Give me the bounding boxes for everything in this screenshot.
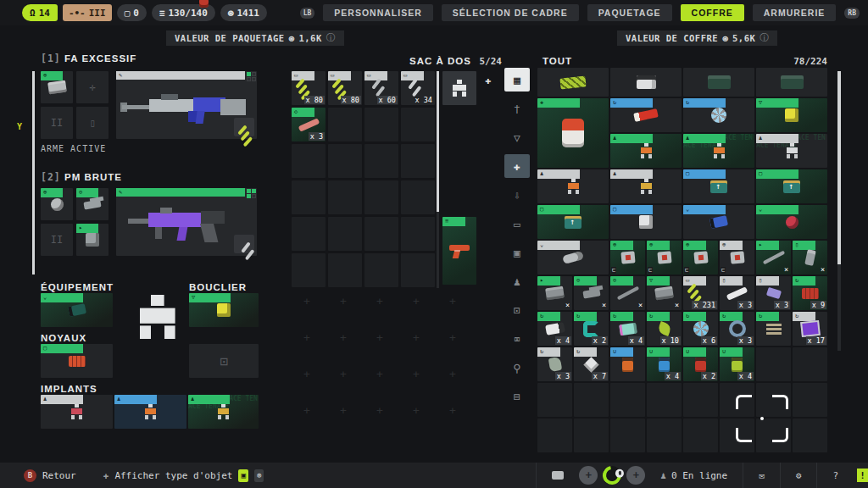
filter-junk-icon[interactable]: ⌧ <box>504 327 530 351</box>
clip-item[interactable]: ▯x 3 <box>756 276 791 310</box>
core-item[interactable]: ▢ <box>683 169 754 203</box>
jar-item[interactable]: ∪ <box>610 347 645 381</box>
filter-ammo-icon[interactable]: ▭ <box>504 212 530 236</box>
info-icon[interactable]: ⓘ <box>760 32 769 44</box>
muzzle-item[interactable]: ▸ <box>76 224 108 256</box>
barrel-part[interactable]: ⊙× <box>610 276 645 310</box>
weapon2-preview[interactable]: ✎ <box>116 188 257 256</box>
add-friend-right-button[interactable]: + <box>626 466 645 485</box>
tab-paquetage[interactable]: PAQUETAGE <box>587 4 672 21</box>
filter-health-icon[interactable]: ✚ <box>504 154 530 178</box>
gadget-item[interactable]: ⌄ <box>683 205 754 239</box>
fan-part[interactable]: ↻ <box>683 98 754 132</box>
fan-item[interactable]: ↻x 6 <box>683 312 718 346</box>
filter-implants-icon[interactable]: ♟ <box>504 269 530 293</box>
gear-part[interactable]: ⊕⊏ <box>720 241 754 274</box>
light-ammo[interactable]: ▭x 80 <box>292 71 326 105</box>
empty-slot[interactable] <box>292 180 326 214</box>
tab-coffre[interactable]: COFFRE <box>681 4 744 21</box>
grip-part[interactable]: ▽× <box>647 276 682 310</box>
filter-all-icon[interactable]: ▦ <box>504 68 530 92</box>
magazine-part[interactable]: ▯× <box>793 241 827 274</box>
empty-slot[interactable] <box>793 347 827 381</box>
wheel-item[interactable]: ↻x 3 <box>720 312 754 346</box>
empty-slot[interactable] <box>574 383 609 417</box>
empty-slot[interactable] <box>401 108 435 141</box>
jar-item[interactable]: ∪x 4 <box>720 347 754 381</box>
core-slot-empty[interactable]: ⊡ <box>189 344 259 378</box>
plant-item[interactable]: ↻x 10 <box>647 312 682 346</box>
scope-part[interactable]: ⊙× <box>574 276 609 310</box>
safe-pocket-pistol[interactable]: ≡ <box>442 217 476 285</box>
empty-slot[interactable] <box>364 180 398 214</box>
slot-empty[interactable]: II <box>41 107 73 139</box>
tab-armurerie[interactable]: ARMURERIE <box>753 4 837 21</box>
medium-ammo[interactable]: ▭x 60 <box>364 71 398 105</box>
core-item[interactable]: ▢ <box>537 205 609 239</box>
empty-slot[interactable] <box>292 253 326 287</box>
rb-bumper-icon[interactable]: RB <box>844 8 860 19</box>
backpack-scroll-thumb[interactable] <box>437 71 439 212</box>
empty-slot[interactable] <box>683 383 718 417</box>
filter-chips-icon[interactable]: ▣ <box>504 241 530 264</box>
empty-slot[interactable] <box>793 419 827 452</box>
filter-shields-icon[interactable]: ▽ <box>504 125 530 149</box>
magnet-item[interactable]: ↻x 2 <box>574 312 609 346</box>
optic-slot-empty[interactable]: ✛ <box>76 71 108 103</box>
lb-bumper-icon[interactable]: LB <box>300 8 315 19</box>
magazine-slot-empty[interactable]: ▯ <box>76 107 108 139</box>
core-item[interactable]: ▢ <box>756 169 827 203</box>
item-type-toggle-on-icon[interactable]: ▣ <box>238 469 248 482</box>
gadget-item[interactable]: ⌄ <box>537 241 609 274</box>
settings-gear-icon[interactable]: ⚙ <box>796 470 802 481</box>
filter-equipment-icon[interactable]: ⇩ <box>504 183 530 207</box>
voice-avatar-icon[interactable] <box>599 463 626 488</box>
circuit-item[interactable]: ↻x 4 <box>610 312 645 346</box>
barrel-part[interactable]: ▸× <box>756 241 791 274</box>
slot-empty[interactable]: II <box>41 224 73 256</box>
jar-item[interactable]: ∪x 2 <box>683 347 718 381</box>
empty-slot[interactable] <box>537 419 572 452</box>
empty-slot[interactable] <box>401 217 435 251</box>
drum-mag-item[interactable]: ⊕ <box>41 188 73 220</box>
empty-slot[interactable] <box>610 383 645 417</box>
pack-item[interactable]: ↻x 9 <box>793 276 827 310</box>
gadget-item[interactable]: ⌄ <box>756 205 827 239</box>
coil-item[interactable]: ↻ <box>756 312 791 346</box>
empty-slot[interactable] <box>328 180 362 214</box>
implant-slot[interactable]: ♟ <box>41 395 113 429</box>
empty-slot[interactable] <box>756 347 791 381</box>
quartz-item[interactable]: ↻x 7 <box>574 347 609 381</box>
gear-part[interactable]: ⊕⊏ <box>647 241 682 274</box>
empty-slot[interactable] <box>647 383 682 417</box>
suppressor[interactable]: ▸× <box>537 276 572 310</box>
shield-slot[interactable]: ▽ <box>189 293 259 327</box>
implant-slot[interactable]: TENACE TENACE TENACE TENACE ♟ <box>188 395 259 429</box>
cloth-item[interactable]: ↻x 3 <box>537 347 572 381</box>
chat-icon[interactable] <box>552 471 564 480</box>
weapon1-preview[interactable]: ✎ <box>116 71 257 139</box>
empty-slot[interactable] <box>401 253 435 287</box>
empty-slot[interactable] <box>401 144 435 178</box>
empty-slot[interactable] <box>647 419 682 452</box>
empty-slot[interactable] <box>292 144 326 178</box>
implant[interactable]: ♟ <box>610 169 682 203</box>
heavy-ammo[interactable]: ▭x 34 <box>401 71 435 105</box>
empty-slot[interactable] <box>328 217 362 251</box>
cube-item[interactable]: ▢ <box>610 205 682 239</box>
filter-frames-icon[interactable]: ⊡ <box>504 298 530 322</box>
empty-slot[interactable] <box>683 419 718 452</box>
shield-item[interactable]: ▽ <box>756 98 827 132</box>
add-slot-icon[interactable]: ✚ <box>485 75 491 86</box>
usb-stick[interactable]: ↻ <box>610 98 682 132</box>
pen-item[interactable]: ▯x 3 <box>720 276 754 310</box>
empty-slot[interactable] <box>328 253 362 287</box>
empty-slot[interactable] <box>364 217 398 251</box>
container-item[interactable] <box>756 68 827 97</box>
safe-pocket-slot[interactable] <box>442 71 476 105</box>
implant[interactable]: ♟ <box>537 169 609 203</box>
implant[interactable]: TENACE TENACE TENACE TENACE♟ <box>683 134 754 168</box>
fabric-item[interactable]: ↻x 17 <box>793 312 827 346</box>
filter-misc-icon[interactable]: ⊟ <box>504 385 530 408</box>
empty-slot[interactable] <box>793 383 827 417</box>
